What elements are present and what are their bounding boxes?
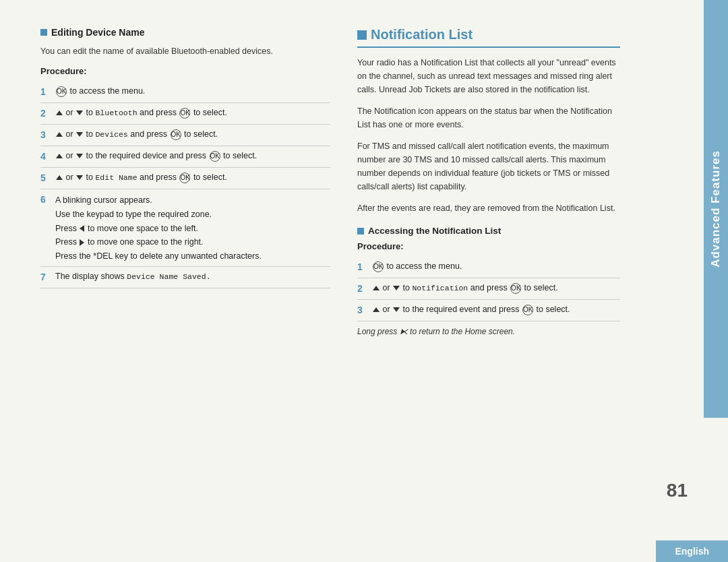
left-heading-text: Editing Device Name: [51, 27, 145, 38]
heading-icon-large: [357, 30, 367, 40]
arrow-down-icon: [76, 154, 83, 158]
step-sub-4: Press to move one space to the right.: [55, 236, 330, 249]
left-section-heading: Editing Device Name: [40, 27, 330, 38]
ok-icon: OK: [179, 173, 190, 183]
table-row: 6 A blinking cursor appears. Use the key…: [40, 189, 330, 267]
arrow-down-icon: [393, 307, 400, 312]
right-procedure-label: Procedure:: [357, 241, 620, 251]
table-row: 7 The display shows Device Name Saved.: [40, 267, 330, 288]
arrow-down-icon: [393, 286, 400, 290]
left-procedure-label: Procedure:: [40, 66, 330, 76]
left-steps-list: 1 OK to access the menu. 2 or to Bluetoo…: [40, 82, 330, 288]
content-area: Editing Device Name You can edit the nam…: [0, 0, 728, 562]
arrow-up-icon: [56, 175, 63, 180]
arrow-down-icon: [76, 111, 83, 115]
arrow-up-icon: [56, 154, 63, 158]
ok-icon: OK: [179, 108, 190, 119]
step-num: 7: [40, 270, 50, 284]
page-number: 81: [667, 480, 688, 501]
ok-icon: OK: [510, 283, 521, 294]
sub-section-heading: Accessing the Notification List: [357, 226, 620, 236]
left-column: Editing Device Name You can edit the nam…: [40, 27, 330, 535]
english-badge: English: [656, 540, 728, 562]
table-row: 3 or to Devices and press OK to select.: [40, 125, 330, 146]
step-content: or to Edit Name and press OK to select.: [55, 171, 330, 184]
step-content: The display shows Device Name Saved.: [55, 270, 330, 283]
sub-heading-icon: [357, 228, 364, 235]
arrow-down-icon: [76, 175, 83, 180]
arrow-right-icon: [80, 239, 84, 246]
step-content: or to Bluetooth and press OK to select.: [55, 106, 330, 119]
heading-icon: [40, 29, 47, 36]
step-sub-2: Use the keypad to type the required zone…: [55, 208, 330, 221]
step-content: A blinking cursor appears. Use the keypa…: [55, 193, 330, 263]
step-num: 4: [40, 150, 50, 164]
arrow-up-icon: [56, 132, 63, 137]
italic-note: Long press ⧔ to return to the Home scree…: [357, 327, 620, 336]
ok-icon: OK: [56, 86, 67, 97]
arrow-up-icon: [56, 111, 63, 115]
right-body1: Your radio has a Notification List that …: [357, 56, 620, 96]
arrow-up-icon: [373, 286, 380, 290]
right-heading-text: Notification List: [371, 27, 473, 42]
right-body3: For TMS and missed call/call alert notif…: [357, 139, 620, 193]
page-container: Advanced Features Editing Device Name Yo…: [0, 0, 728, 562]
step-num: 2: [357, 282, 367, 296]
arrow-down-icon: [76, 132, 83, 137]
table-row: 3 or to the required event and press OK …: [357, 300, 620, 321]
table-row: 5 or to Edit Name and press OK to select…: [40, 168, 330, 189]
step-num: 3: [40, 128, 50, 142]
step-sub-1: A blinking cursor appears.: [55, 194, 330, 207]
ok-icon: OK: [373, 261, 384, 272]
step-num: 1: [40, 85, 50, 99]
right-steps-list: 1 OK to access the menu. 2 or to Notific…: [357, 257, 620, 321]
step-content: OK to access the menu.: [372, 260, 620, 273]
table-row: 1 OK to access the menu.: [357, 257, 620, 278]
right-section-heading: Notification List: [357, 27, 620, 48]
right-body2: The Notification icon appears on the sta…: [357, 104, 620, 131]
arrow-up-icon: [373, 307, 380, 312]
side-tab: Advanced Features: [704, 0, 728, 418]
right-body4: After the events are read, they are remo…: [357, 201, 620, 215]
table-row: 1 OK to access the menu.: [40, 82, 330, 103]
step-num: 5: [40, 171, 50, 185]
step-content: or to Devices and press OK to select.: [55, 128, 330, 141]
ok-icon: OK: [522, 305, 533, 315]
step-num: 6: [40, 193, 50, 207]
step-content: or to the required event and press OK to…: [372, 303, 620, 316]
step-content: or to the required device and press OK t…: [55, 150, 330, 162]
step-content: OK to access the menu.: [55, 85, 330, 98]
table-row: 4 or to the required device and press OK…: [40, 146, 330, 168]
sub-heading-text: Accessing the Notification List: [368, 226, 501, 236]
left-body-text: You can edit the name of available Bluet…: [40, 44, 330, 58]
step-num: 1: [357, 260, 367, 274]
step-sub-5: Press the *DEL key to delete any unwante…: [55, 250, 330, 263]
step-num: 3: [357, 303, 367, 317]
step-content: or to Notification and press OK to selec…: [372, 282, 620, 294]
step-sub-3: Press to move one space to the left.: [55, 222, 330, 235]
table-row: 2 or to Bluetooth and press OK to select…: [40, 103, 330, 125]
step-num: 2: [40, 106, 50, 121]
ok-icon: OK: [171, 129, 181, 140]
ok-icon: OK: [210, 151, 220, 162]
arrow-left-icon: [80, 225, 84, 232]
right-column: Notification List Your radio has a Notif…: [357, 27, 647, 535]
side-tab-text: Advanced Features: [709, 150, 723, 268]
table-row: 2 or to Notification and press OK to sel…: [357, 278, 620, 300]
